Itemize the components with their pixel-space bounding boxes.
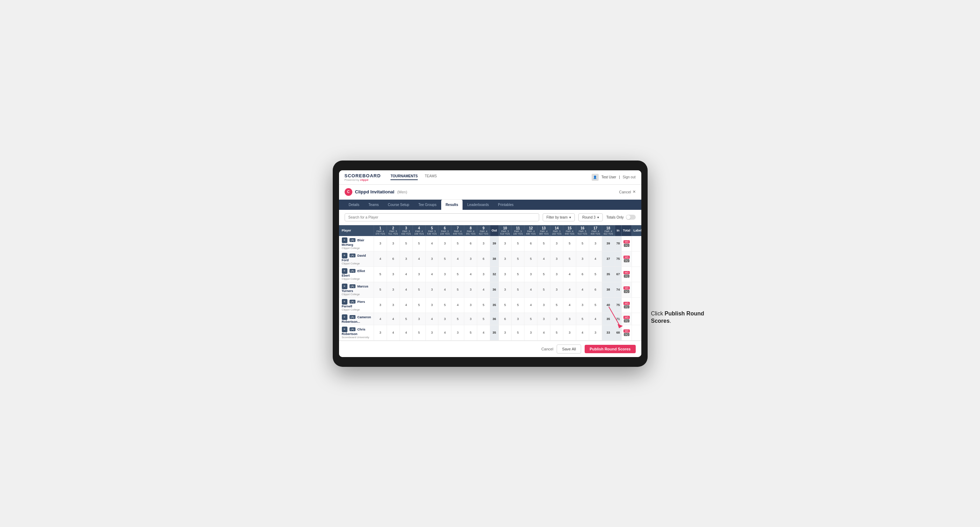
score-hole-16[interactable]: 4 [576,325,589,340]
score-hole-8[interactable]: 5 [464,325,477,340]
score-hole-1[interactable]: 5 [374,267,387,282]
score-hole-16[interactable]: 5 [576,236,589,251]
score-hole-9[interactable]: 5 [477,297,490,313]
score-hole-3[interactable]: 5 [399,313,412,325]
score-hole-12[interactable]: 3 [525,325,538,340]
score-hole-2[interactable]: 4 [387,325,399,340]
score-hole-4[interactable]: 4 [412,251,425,267]
score-hole-17[interactable]: 5 [589,297,602,313]
wd-badge[interactable]: WD [624,302,630,305]
score-hole-4[interactable]: 5 [412,297,425,313]
tab-results[interactable]: Results [441,200,462,210]
score-hole-2[interactable]: 3 [387,282,399,297]
score-hole-8[interactable]: 3 [464,251,477,267]
score-hole-3[interactable]: 5 [399,236,412,251]
score-hole-6[interactable]: 5 [438,251,451,267]
save-all-button[interactable]: Save All [557,344,581,354]
score-hole-9[interactable]: 5 [477,313,490,325]
score-hole-13[interactable]: 4 [538,325,550,340]
dq-badge[interactable]: DQ [624,319,630,322]
score-hole-9[interactable]: 3 [477,267,490,282]
score-hole-11[interactable]: 3 [512,313,525,325]
dq-badge[interactable]: DQ [624,244,630,247]
score-hole-4[interactable]: 3 [412,267,425,282]
score-hole-12[interactable]: 3 [525,267,538,282]
score-hole-14[interactable]: 3 [550,267,563,282]
publish-round-scores-button[interactable]: Publish Round Scores [585,345,635,353]
score-hole-13[interactable]: 3 [538,313,550,325]
score-hole-3[interactable]: 4 [399,267,412,282]
score-hole-4[interactable]: 5 [412,282,425,297]
score-hole-17[interactable]: 4 [589,313,602,325]
score-hole-17[interactable]: 6 [589,282,602,297]
score-hole-12[interactable]: 4 [525,297,538,313]
score-hole-14[interactable]: 5 [550,325,563,340]
score-hole-17[interactable]: 3 [589,325,602,340]
score-hole-5[interactable]: 3 [425,282,438,297]
score-hole-10[interactable]: 6 [499,313,512,325]
dq-badge[interactable]: DQ [624,259,630,262]
score-hole-9[interactable]: 6 [477,251,490,267]
score-hole-10[interactable]: 3 [499,236,512,251]
score-hole-1[interactable]: 4 [374,251,387,267]
score-hole-1[interactable]: 4 [374,313,387,325]
score-hole-15[interactable]: 4 [563,267,576,282]
wd-badge[interactable]: WD [624,316,630,319]
score-hole-5[interactable]: 4 [425,267,438,282]
score-hole-7[interactable]: 4 [451,297,464,313]
score-hole-8[interactable]: 3 [464,282,477,297]
score-hole-1[interactable]: 3 [374,325,387,340]
score-hole-2[interactable]: 4 [387,313,399,325]
score-hole-3[interactable]: 4 [399,297,412,313]
score-hole-2[interactable]: 6 [387,251,399,267]
score-hole-5[interactable]: 3 [425,251,438,267]
filter-team-select[interactable]: Filter by team ▾ [542,213,575,221]
tab-tee-groups[interactable]: Tee Groups [414,200,441,210]
score-hole-11[interactable]: 5 [512,267,525,282]
score-hole-14[interactable]: 5 [550,297,563,313]
score-hole-14[interactable]: 3 [550,251,563,267]
score-hole-11[interactable]: 5 [512,325,525,340]
score-hole-7[interactable]: 4 [451,251,464,267]
score-hole-10[interactable]: 3 [499,251,512,267]
score-hole-2[interactable]: 3 [387,267,399,282]
dq-badge[interactable]: DQ [624,290,630,293]
score-hole-6[interactable]: 3 [438,236,451,251]
dq-badge[interactable]: DQ [624,333,630,336]
wd-badge[interactable]: WD [624,329,630,333]
score-hole-6[interactable]: 5 [438,297,451,313]
score-hole-16[interactable]: 4 [576,282,589,297]
score-hole-7[interactable]: 5 [451,236,464,251]
score-hole-5[interactable]: 4 [425,236,438,251]
score-hole-9[interactable]: 3 [477,236,490,251]
score-hole-9[interactable]: 4 [477,325,490,340]
footer-cancel-button[interactable]: Cancel [541,347,553,351]
score-hole-11[interactable]: 5 [512,297,525,313]
score-hole-6[interactable]: 3 [438,313,451,325]
tab-course-setup[interactable]: Course Setup [384,200,414,210]
score-hole-14[interactable]: 3 [550,282,563,297]
score-hole-15[interactable]: 5 [563,236,576,251]
score-hole-1[interactable]: 3 [374,236,387,251]
score-hole-4[interactable]: 5 [412,325,425,340]
score-hole-6[interactable]: 4 [438,325,451,340]
score-hole-5[interactable]: 3 [425,297,438,313]
score-hole-12[interactable]: 5 [525,251,538,267]
wd-badge[interactable]: WD [624,256,630,259]
score-hole-13[interactable]: 5 [538,267,550,282]
score-hole-3[interactable]: 3 [399,251,412,267]
score-hole-13[interactable]: 3 [538,297,550,313]
score-hole-7[interactable]: 5 [451,267,464,282]
score-hole-10[interactable]: 3 [499,267,512,282]
score-hole-11[interactable]: 5 [512,282,525,297]
score-hole-17[interactable]: 3 [589,236,602,251]
score-hole-15[interactable]: 4 [563,297,576,313]
score-hole-3[interactable]: 4 [399,282,412,297]
score-hole-1[interactable]: 3 [374,297,387,313]
score-hole-5[interactable]: 3 [425,325,438,340]
tab-leaderboards[interactable]: Leaderboards [463,200,493,210]
score-hole-2[interactable]: 3 [387,297,399,313]
score-hole-16[interactable]: 6 [576,267,589,282]
score-hole-13[interactable]: 5 [538,236,550,251]
score-hole-8[interactable]: 4 [464,267,477,282]
